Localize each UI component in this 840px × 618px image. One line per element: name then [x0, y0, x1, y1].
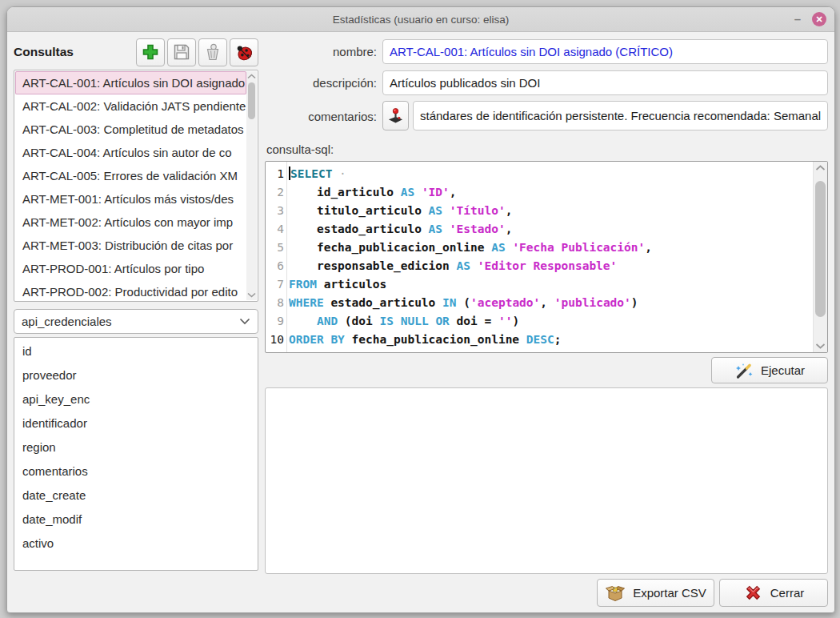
add-query-button[interactable] — [136, 38, 165, 66]
consultas-heading: Consultas — [14, 45, 74, 59]
sql-line-number: 8 — [266, 294, 284, 312]
field-list-item[interactable]: comentarios — [15, 459, 257, 484]
descripcion-label: descripción: — [271, 76, 377, 90]
scroll-up-icon[interactable] — [246, 74, 257, 79]
table-selector-combobox[interactable]: api_credenciales — [14, 309, 258, 334]
field-list-item[interactable]: activo — [15, 532, 257, 556]
comentarios-edit-button[interactable] — [382, 101, 409, 130]
field-list-item[interactable]: region — [15, 435, 257, 459]
sql-gutter: 12345678910 — [266, 162, 287, 352]
app-window: Estadísticas (usuario en curso: elisa) –… — [6, 6, 835, 613]
query-list-item[interactable]: ART-CAL-005: Errores de validación XM — [15, 164, 246, 187]
save-icon — [172, 42, 191, 62]
save-query-button[interactable] — [167, 38, 196, 66]
window-close-button[interactable]: ✕ — [812, 12, 826, 26]
sql-code[interactable]: SELECT · id_articulo AS 'ID', titulo_art… — [287, 162, 813, 352]
table-selector-value: api_credenciales — [22, 315, 112, 328]
sql-line-number: 9 — [266, 312, 284, 331]
sql-code-line: titulo_articulo AS 'Título', — [289, 202, 813, 220]
debug-query-button[interactable] — [230, 38, 258, 66]
sql-code-line: AND (doi IS NULL OR doi = '') — [289, 312, 813, 331]
field-list-item[interactable]: date_create — [15, 484, 257, 508]
results-panel[interactable] — [265, 387, 828, 574]
exportar-csv-label: Exportar CSV — [633, 586, 706, 600]
sql-line-number: 1 — [266, 165, 284, 183]
delete-query-button[interactable] — [198, 38, 227, 66]
joystick-icon — [386, 106, 405, 125]
sql-line-number: 5 — [266, 239, 284, 257]
sql-code-line: FROM articulos — [289, 275, 813, 294]
sql-line-number: 2 — [266, 183, 284, 202]
ladybug-icon — [234, 42, 254, 62]
sql-line-number: 3 — [266, 202, 284, 220]
query-list-item[interactable]: ART-MET-001: Artículos más vistos/des — [15, 187, 246, 211]
comentarios-field[interactable]: stándares de identificación persistente.… — [413, 101, 828, 130]
minimize-button[interactable]: – — [794, 15, 801, 23]
scroll-thumb[interactable] — [248, 82, 255, 119]
query-list-item[interactable]: ART-CAL-003: Completitud de metadatos — [15, 118, 246, 141]
title-bar[interactable]: Estadísticas (usuario en curso: elisa) –… — [7, 7, 834, 32]
window-title: Estadísticas (usuario en curso: elisa) — [333, 14, 510, 26]
scroll-thumb[interactable] — [815, 181, 826, 317]
query-list-item[interactable]: ART-CAL-004: Artículos sin autor de co — [15, 141, 246, 164]
add-icon — [141, 42, 160, 62]
ejecutar-label: Ejecutar — [761, 363, 805, 377]
sql-code-line: fecha_publicacion_online AS 'Fecha Publi… — [289, 239, 813, 257]
query-list-item[interactable]: ART-CAL-001: Artículos sin DOI asignado … — [15, 71, 246, 94]
sql-code-line: responsable_edicion AS 'Editor Responsab… — [289, 257, 813, 275]
ejecutar-button[interactable]: Ejecutar — [711, 357, 828, 383]
query-list-scrollbar[interactable] — [246, 71, 257, 300]
nombre-label: nombre: — [271, 45, 377, 58]
chevron-down-icon — [239, 318, 250, 325]
sql-line-number: 7 — [266, 275, 284, 294]
trash-icon — [203, 42, 222, 62]
query-list-item[interactable]: ART-PROD-001: Artículos por tipo — [15, 257, 246, 280]
sql-code-line: WHERE estado_articulo IN ('aceptado', 'p… — [289, 294, 813, 312]
field-list-item[interactable]: id — [15, 339, 257, 363]
query-list-item[interactable]: ART-MET-003: Distribución de citas por — [15, 234, 246, 257]
consulta-sql-label: consulta-sql: — [266, 142, 334, 156]
magic-wand-icon — [734, 361, 754, 380]
open-box-icon — [605, 584, 626, 603]
field-list-items: idproveedorapi_key_encidentificadorregio… — [15, 339, 257, 569]
nombre-value: ART-CAL-001: Artículos sin DOI asignado … — [390, 45, 673, 58]
comentarios-label: comentarios: — [271, 110, 377, 123]
query-list-item[interactable]: ART-PROD-002: Productividad por edito — [15, 280, 246, 302]
query-list-item[interactable]: ART-MET-002: Artículos con mayor imp — [15, 211, 246, 234]
sql-scrollbar[interactable] — [813, 162, 827, 352]
sql-code-line: id_articulo AS 'ID', — [289, 183, 813, 202]
red-x-icon — [743, 583, 763, 603]
sql-line-number: 6 — [266, 257, 284, 275]
field-list-item[interactable]: api_key_enc — [15, 387, 257, 411]
query-toolbar — [136, 38, 258, 66]
scroll-down-icon[interactable] — [814, 343, 827, 349]
descripcion-value: Artículos publicados sin DOI — [390, 76, 540, 90]
nombre-field[interactable]: ART-CAL-001: Artículos sin DOI asignado … — [382, 39, 828, 64]
sql-code-line: ORDER BY fecha_publicacion_online DESC; — [289, 331, 813, 349]
cerrar-button[interactable]: Cerrar — [719, 579, 828, 607]
field-list-item[interactable]: date_modif — [15, 508, 257, 532]
field-list-item[interactable]: identificador — [15, 411, 257, 435]
sql-editor[interactable]: 12345678910 SELECT · id_articulo AS 'ID'… — [265, 161, 828, 353]
field-list[interactable]: idproveedorapi_key_encidentificadorregio… — [14, 337, 258, 571]
comentarios-value: stándares de identificación persistente.… — [420, 109, 821, 122]
scroll-up-icon[interactable] — [814, 165, 827, 171]
query-list[interactable]: ART-CAL-001: Artículos sin DOI asignado … — [14, 70, 258, 302]
descripcion-field[interactable]: Artículos publicados sin DOI — [382, 70, 828, 95]
sql-code-line: estado_articulo AS 'Estado', — [289, 220, 813, 239]
sql-code-line: SELECT · — [289, 165, 813, 183]
query-list-items: ART-CAL-001: Artículos sin DOI asignado … — [15, 71, 246, 300]
sql-line-number: 10 — [266, 331, 284, 349]
sql-line-number: 4 — [266, 220, 284, 239]
scroll-down-icon[interactable] — [246, 292, 257, 298]
exportar-csv-button[interactable]: Exportar CSV — [597, 579, 714, 607]
query-list-item[interactable]: ART-CAL-002: Validación JATS pendiente — [15, 94, 246, 118]
field-list-item[interactable]: proveedor — [15, 363, 257, 387]
cerrar-label: Cerrar — [770, 586, 805, 600]
